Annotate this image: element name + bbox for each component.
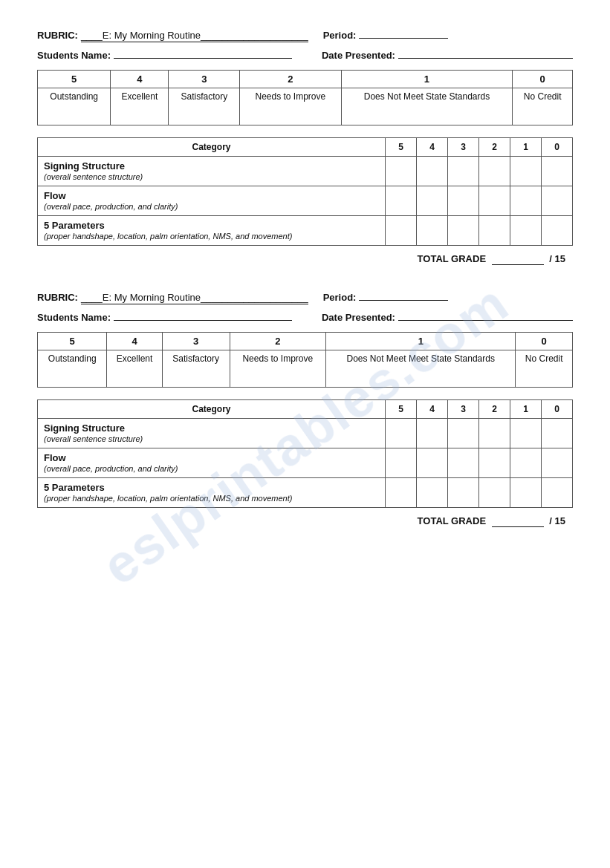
score-cell-1 — [417, 216, 448, 246]
category-cell: 5 Parameters(proper handshape, location,… — [38, 216, 386, 246]
scale-cell-2: Satisfactory — [162, 350, 230, 388]
score-cell-2 — [448, 157, 479, 186]
total-grade-blank — [492, 515, 544, 527]
category-main: Flow — [44, 190, 66, 201]
scale-table: 543210OutstandingExcellentSatisfactoryNe… — [37, 70, 573, 125]
scale-header-cell: 1 — [341, 71, 513, 88]
scale-cell-3: Needs to Improve — [240, 88, 341, 125]
total-grade-label: TOTAL GRADE — [418, 515, 486, 526]
student-line: Students Name: Date Presented: — [37, 312, 573, 323]
category-header-6: 0 — [542, 400, 573, 419]
scale-header-cell: 4 — [107, 333, 162, 350]
category-table: Category543210Signing Structure(overall … — [37, 137, 573, 246]
category-cell: 5 Parameters(proper handshape, location,… — [38, 478, 386, 508]
rubric-title-line: RUBRIC: ____E: My Morning Routine_______… — [37, 30, 573, 42]
score-cell-2 — [448, 448, 479, 478]
category-sub: (overall pace, production, and clarity) — [44, 202, 178, 211]
score-cell-4 — [510, 419, 542, 448]
score-cell-3 — [479, 186, 510, 216]
category-row: Flow(overall pace, production, and clari… — [38, 448, 573, 478]
scale-cell-1: Excellent — [107, 350, 162, 388]
category-sub: (proper handshape, location, palm orient… — [44, 232, 292, 241]
score-cell-4 — [510, 216, 542, 246]
category-header-4: 2 — [479, 400, 510, 419]
scale-header-cell: 0 — [513, 71, 573, 88]
category-cell: Signing Structure(overall sentence struc… — [38, 157, 386, 186]
category-main: 5 Parameters — [44, 220, 105, 231]
category-header-2: 4 — [417, 400, 448, 419]
score-cell-1 — [417, 419, 448, 448]
total-grade-blank — [492, 253, 544, 265]
scale-header-cell: 3 — [162, 333, 230, 350]
category-table: Category543210Signing Structure(overall … — [37, 399, 573, 508]
rubric-title: ____E: My Morning Routine_______________… — [81, 292, 308, 304]
rubric-title: ____E: My Morning Routine_______________… — [81, 30, 308, 42]
score-cell-5 — [542, 157, 573, 186]
students-name-label: Students Name: — [37, 312, 111, 323]
category-row: Signing Structure(overall sentence struc… — [38, 419, 573, 448]
scale-cell-2: Satisfactory — [169, 88, 240, 125]
period-label: Period: — [323, 30, 357, 41]
students-name-label: Students Name: — [37, 50, 111, 61]
total-grade-line: TOTAL GRADE / 15 — [37, 515, 573, 527]
category-cell: Flow(overall pace, production, and clari… — [38, 448, 386, 478]
scale-header-cell: 5 — [38, 333, 107, 350]
score-cell-4 — [510, 157, 542, 186]
scale-cell-5: No Credit — [513, 88, 573, 125]
students-name-value — [114, 58, 292, 59]
total-grade-denom: / 15 — [549, 253, 565, 264]
students-name-value — [114, 320, 292, 321]
score-cell-5 — [542, 448, 573, 478]
category-cell: Flow(overall pace, production, and clari… — [38, 186, 386, 216]
scale-cell-4: Does Not Meet Meet State Standards — [326, 350, 516, 388]
score-cell-2 — [448, 478, 479, 508]
rubric-label: RUBRIC: — [37, 292, 78, 303]
scale-header-cell: 2 — [240, 71, 341, 88]
scale-header-cell: 1 — [326, 333, 516, 350]
date-value — [398, 320, 573, 321]
score-cell-0 — [386, 478, 417, 508]
category-header-5: 1 — [510, 400, 542, 419]
score-cell-1 — [417, 448, 448, 478]
category-row: 5 Parameters(proper handshape, location,… — [38, 216, 573, 246]
category-header-6: 0 — [542, 138, 573, 157]
score-cell-3 — [479, 478, 510, 508]
score-cell-4 — [510, 186, 542, 216]
category-main: Signing Structure — [44, 422, 125, 434]
category-sub: (overall sentence structure) — [44, 172, 143, 181]
category-main: Flow — [44, 452, 66, 463]
category-main: Signing Structure — [44, 160, 125, 172]
score-cell-5 — [542, 216, 573, 246]
score-cell-0 — [386, 157, 417, 186]
score-cell-5 — [542, 186, 573, 216]
date-value — [398, 58, 573, 59]
score-cell-5 — [542, 419, 573, 448]
category-header-0: Category — [38, 400, 386, 419]
score-cell-5 — [542, 478, 573, 508]
rubric-section-1: RUBRIC: ____E: My Morning Routine_______… — [37, 30, 573, 265]
period-label: Period: — [323, 292, 357, 303]
rubric-section-2: RUBRIC: ____E: My Morning Routine_______… — [37, 292, 573, 527]
scale-cell-1: Excellent — [111, 88, 169, 125]
scale-header-cell: 2 — [230, 333, 325, 350]
score-cell-4 — [510, 448, 542, 478]
student-line: Students Name: Date Presented: — [37, 50, 573, 61]
score-cell-4 — [510, 478, 542, 508]
scale-header-cell: 5 — [38, 71, 111, 88]
score-cell-3 — [479, 448, 510, 478]
score-cell-3 — [479, 157, 510, 186]
category-sub: (overall pace, production, and clarity) — [44, 464, 178, 473]
score-cell-1 — [417, 157, 448, 186]
score-cell-3 — [479, 216, 510, 246]
score-cell-2 — [448, 419, 479, 448]
score-cell-0 — [386, 216, 417, 246]
category-main: 5 Parameters — [44, 482, 105, 493]
score-cell-1 — [417, 186, 448, 216]
category-cell: Signing Structure(overall sentence struc… — [38, 419, 386, 448]
category-row: Flow(overall pace, production, and clari… — [38, 186, 573, 216]
scale-header-cell: 0 — [516, 333, 573, 350]
date-label: Date Presented: — [322, 50, 395, 61]
category-header-3: 3 — [448, 400, 479, 419]
score-cell-0 — [386, 448, 417, 478]
category-row: Signing Structure(overall sentence struc… — [38, 157, 573, 186]
